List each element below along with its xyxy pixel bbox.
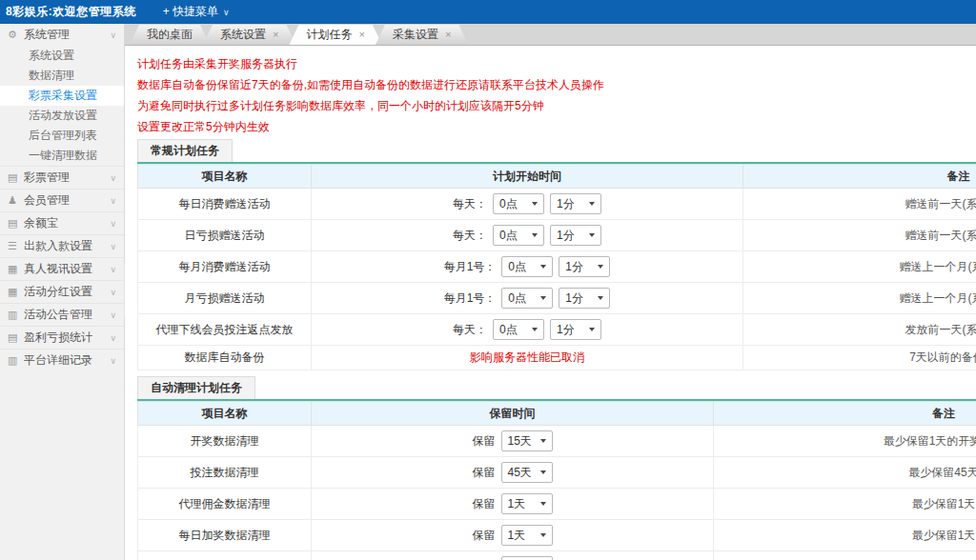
- schedule-group: 每天：0点1分: [312, 225, 742, 246]
- sidebar-item-平台详细记录[interactable]: ▥平台详细记录∨: [0, 349, 124, 371]
- sidebar-item-余额宝[interactable]: ▤余额宝∨: [0, 211, 124, 234]
- minute-select[interactable]: 1分: [559, 288, 610, 309]
- keep-days-select[interactable]: 45天: [501, 462, 553, 483]
- keep-label: 保留: [473, 496, 496, 512]
- sidebar-item-出款入款设置[interactable]: ☰出款入款设置∨: [0, 234, 124, 257]
- column-header-keep-time: 保留时间: [312, 402, 714, 426]
- keep-label: 保留: [473, 465, 496, 481]
- sidebar: ⚙系统管理∨系统设置数据清理彩票采集设置活动发放设置后台管理列表一键清理数据▤彩…: [0, 24, 125, 560]
- quick-menu-button[interactable]: + 快捷菜单 ∨: [163, 4, 230, 20]
- brand-title: 8彩娱乐:欢迎您管理系统: [0, 4, 148, 20]
- tab-计划任务[interactable]: 计划任务×: [289, 25, 381, 45]
- keep-time-cell: 保留1天: [312, 489, 714, 520]
- tab-采集设置[interactable]: 采集设置×: [376, 25, 468, 45]
- table-row: 每日加奖数据清理保留1天最少保留1天: [138, 520, 976, 551]
- warning-text: 设置更改正常5分钟内生效: [137, 116, 976, 137]
- hour-select[interactable]: 0点: [493, 193, 544, 214]
- task-name-cell: 代理下线会员投注返点发放: [138, 314, 312, 346]
- minute-select[interactable]: 1分: [550, 319, 601, 340]
- schedule-label: 每天：: [453, 228, 487, 244]
- table-row: 投注数据清理保留45天最少保留45天: [138, 457, 976, 489]
- start-time-cell: 每月1号：0点1分: [312, 251, 743, 283]
- table-row: 代理佣金数据清理保留1天最少保留1天: [138, 489, 976, 520]
- column-header-start-time: 计划开始时间: [312, 165, 743, 189]
- keep-days-select[interactable]: 15天: [501, 430, 553, 451]
- chevron-down-icon: ∨: [110, 219, 116, 229]
- sidebar-item-活动公告管理[interactable]: ▥活动公告管理∨: [0, 303, 124, 326]
- sidebar-item-真人视讯设置[interactable]: ▦真人视讯设置∨: [0, 257, 124, 280]
- chevron-down-icon: ∨: [110, 242, 116, 251]
- close-icon[interactable]: ×: [445, 30, 451, 40]
- chevron-down-icon: [540, 470, 546, 474]
- sidebar-subitem-活动发放设置[interactable]: 活动发放设置: [0, 106, 124, 126]
- sidebar-item-label: 真人视讯设置: [24, 261, 110, 277]
- schedule-group: 每天：0点1分: [312, 319, 742, 340]
- select-value: 15天: [508, 433, 532, 450]
- table-row: 每月消费赠送活动每月1号：0点1分赠送上一个月(系统设置: [138, 251, 976, 283]
- chevron-down-icon: ∨: [110, 196, 116, 206]
- user-icon: ♟: [8, 194, 24, 207]
- chart-icon: ▤: [8, 171, 24, 184]
- sidebar-item-会员管理[interactable]: ♟会员管理∨: [0, 189, 124, 211]
- minute-select[interactable]: 1分: [559, 256, 610, 277]
- sidebar-item-系统管理[interactable]: ⚙系统管理∨: [0, 24, 124, 46]
- close-icon[interactable]: ×: [358, 30, 364, 40]
- remark-cell: 7天以前的备份数据: [743, 346, 976, 370]
- sidebar-item-label: 系统管理: [24, 27, 110, 43]
- hour-select[interactable]: 0点: [501, 256, 553, 277]
- table-header-row: 项目名称 保留时间 备注: [138, 402, 976, 426]
- minute-select[interactable]: 1分: [550, 225, 601, 246]
- select-value: 1分: [565, 259, 583, 275]
- chevron-down-icon: [540, 439, 546, 443]
- table-row: 每日消费赠送活动每天：0点1分赠送前一天(系统设置: [138, 189, 976, 220]
- tab-我的桌面[interactable]: 我的桌面: [130, 25, 210, 45]
- quick-menu-label: + 快捷菜单: [163, 4, 218, 20]
- select-value: 1分: [565, 290, 583, 307]
- select-value: 1天: [508, 528, 526, 544]
- select-value: 0点: [508, 290, 526, 307]
- cleanup-tasks-section-title: 自动清理计划任务: [137, 376, 255, 399]
- warning-text: 计划任务由采集开奖服务器执行: [137, 53, 976, 74]
- select-value: 1分: [557, 196, 575, 212]
- cleanup-tasks-body: 开奖数据清理保留15天最少保留1天的开奖数据投注数据清理保留45天最少保留45天…: [138, 426, 976, 560]
- keep-days-select[interactable]: 1天: [501, 525, 553, 546]
- keep-time-cell: 保留45天: [312, 551, 714, 560]
- sidebar-subitem-彩票采集设置[interactable]: 彩票采集设置: [0, 86, 124, 106]
- sidebar-item-活动分红设置[interactable]: ▦活动分红设置∨: [0, 280, 124, 303]
- minute-select[interactable]: 1分: [550, 193, 601, 214]
- sidebar-item-盈利亏损统计[interactable]: ▤盈利亏损统计∨: [0, 326, 124, 349]
- main-area: 我的桌面系统设置×计划任务×采集设置× 计划任务由采集开奖服务器执行数据库自动备…: [125, 24, 976, 560]
- sidebar-subitem-后台管理列表[interactable]: 后台管理列表: [0, 126, 124, 146]
- keep-label: 保留: [473, 433, 496, 450]
- select-value: 45天: [508, 465, 532, 481]
- sidebar-subitem-系统设置[interactable]: 系统设置: [0, 46, 124, 66]
- keep-days-select[interactable]: 1天: [501, 493, 553, 514]
- table-row: 代理下线会员投注返点发放每天：0点1分发放前一天(系统设置: [138, 314, 976, 346]
- top-bar: 8彩娱乐:欢迎您管理系统 + 快捷菜单 ∨: [0, 0, 976, 24]
- sidebar-subitem-一键清理数据[interactable]: 一键清理数据: [0, 146, 124, 166]
- hour-select[interactable]: 0点: [493, 225, 544, 246]
- start-time-cell: 每天：0点1分: [312, 314, 743, 346]
- keep-group: 保留1天: [312, 525, 713, 546]
- hour-select[interactable]: 0点: [501, 288, 553, 309]
- hour-select[interactable]: 0点: [493, 319, 544, 340]
- table-row: 日亏损赠送活动每天：0点1分赠送前一天(系统设置: [138, 220, 976, 251]
- cleanup-tasks-table: 项目名称 保留时间 备注 开奖数据清理保留15天最少保留1天的开奖数据投注数据清…: [137, 401, 976, 560]
- chevron-down-icon: [540, 265, 546, 269]
- task-name-cell: 开奖数据清理: [138, 426, 312, 457]
- sidebar-item-彩票管理[interactable]: ▤彩票管理∨: [0, 166, 124, 189]
- table-row: 开奖数据清理保留15天最少保留1天的开奖数据: [138, 426, 976, 457]
- sidebar-subitem-数据清理[interactable]: 数据清理: [0, 66, 124, 86]
- start-time-cell: 每天：0点1分: [312, 189, 743, 220]
- tab-系统设置[interactable]: 系统设置×: [203, 25, 295, 45]
- chevron-down-icon: ∨: [223, 8, 230, 17]
- regular-tasks-table: 项目名称 计划开始时间 备注 每日消费赠送活动每天：0点1分赠送前一天(系统设置…: [137, 164, 976, 370]
- sidebar-item-label: 活动分红设置: [24, 284, 110, 300]
- remark-cell: 赠送上一个月(系统设置: [743, 251, 976, 283]
- keep-group: 保留15天: [312, 430, 713, 451]
- keep-days-select[interactable]: 45天: [501, 556, 553, 560]
- close-icon[interactable]: ×: [273, 30, 278, 40]
- chevron-down-icon: [540, 296, 546, 300]
- screen: 8彩娱乐:欢迎您管理系统 + 快捷菜单 ∨ ⚙系统管理∨系统设置数据清理彩票采集…: [0, 0, 976, 560]
- sidebar-item-label: 彩票管理: [24, 170, 110, 186]
